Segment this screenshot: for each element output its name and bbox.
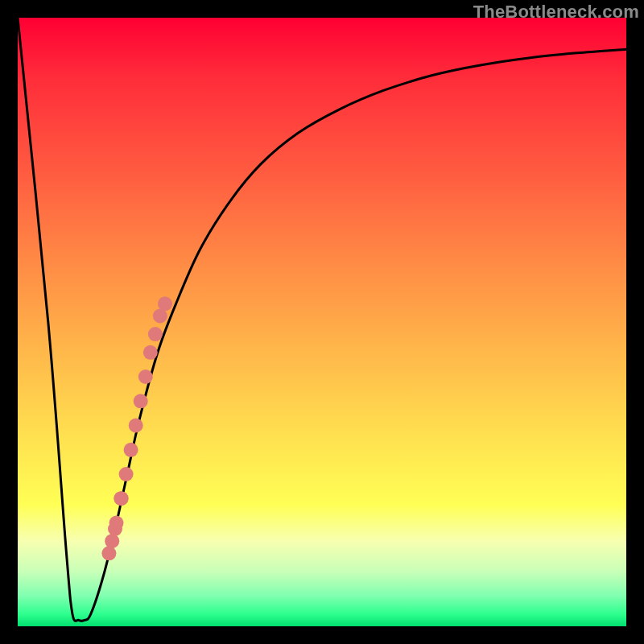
chart-frame: TheBottleneck.com <box>0 0 644 644</box>
marker-dot <box>129 419 143 433</box>
marker-dot <box>114 491 129 506</box>
plot-svg <box>18 18 626 626</box>
marker-dot <box>119 467 134 481</box>
marker-dot <box>148 327 163 341</box>
marker-dot <box>124 443 138 457</box>
highlighted-points <box>101 296 172 560</box>
marker-dot <box>134 394 148 408</box>
marker-dot <box>138 369 153 384</box>
marker-dot <box>105 534 119 548</box>
marker-dot <box>101 546 116 560</box>
marker-dot <box>158 296 172 311</box>
marker-dot <box>108 522 122 536</box>
marker-dot <box>143 345 158 360</box>
